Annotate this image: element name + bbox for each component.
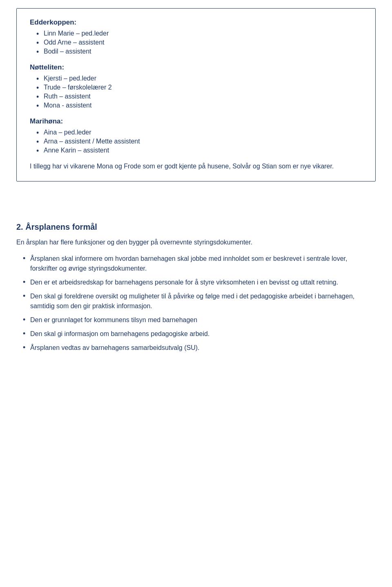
staff-member-edderkoppen-0: Linn Marie – ped.leder xyxy=(35,30,362,37)
section2-bullet-3: Den er grunnlaget for kommunens tilsyn m… xyxy=(21,315,376,325)
section2-bullet-0: Årsplanen skal informere om hvordan barn… xyxy=(21,254,376,273)
staff-member-marihona-0: Aina – ped.leder xyxy=(35,129,362,136)
staff-member-edderkoppen-1: Odd Arne – assistent xyxy=(35,39,362,46)
page-container: Edderkoppen:Linn Marie – ped.lederOdd Ar… xyxy=(0,0,392,365)
section2-intro: En årsplan har flere funksjoner og den b… xyxy=(16,237,376,247)
staff-member-notteliten-0: Kjersti – ped.leder xyxy=(35,75,362,82)
section2-bullet-2: Den skal gi foreldrene oversikt og mulig… xyxy=(21,291,376,311)
section2-bullets: Årsplanen skal informere om hvordan barn… xyxy=(21,254,376,353)
staff-member-notteliten-1: Trude – førskolelærer 2 xyxy=(35,84,362,91)
staff-member-notteliten-2: Ruth – assistent xyxy=(35,93,362,100)
spacer xyxy=(16,198,376,222)
staff-member-marihona-2: Anne Karin – assistent xyxy=(35,147,362,154)
group-heading-notteliten: Nøtteliten: xyxy=(30,63,362,72)
staff-member-marihona-1: Arna – assistent / Mette assistent xyxy=(35,138,362,145)
staff-member-notteliten-3: Mona - assistent xyxy=(35,102,362,109)
staff-member-edderkoppen-2: Bodil – assistent xyxy=(35,48,362,55)
vikar-text: I tillegg har vi vikarene Mona og Frode … xyxy=(30,161,362,171)
section2-bullet-5: Årsplanen vedtas av barnehagens samarbei… xyxy=(21,343,376,353)
section2-bullet-1: Den er et arbeidsredskap for barnehagens… xyxy=(21,278,376,287)
staff-box: Edderkoppen:Linn Marie – ped.lederOdd Ar… xyxy=(16,8,376,181)
group-heading-edderkoppen: Edderkoppen: xyxy=(30,18,362,27)
group-heading-marihona: Marihøna: xyxy=(30,117,362,125)
staff-list-edderkoppen: Linn Marie – ped.lederOdd Arne – assiste… xyxy=(35,30,362,55)
section2-bullet-4: Den skal gi informasjon om barnehagens p… xyxy=(21,329,376,339)
section2-heading: 2. Årsplanens formål xyxy=(16,222,376,232)
staff-list-marihona: Aina – ped.lederArna – assistent / Mette… xyxy=(35,129,362,154)
section2-container: 2. Årsplanens formål En årsplan har fler… xyxy=(16,222,376,353)
staff-list-notteliten: Kjersti – ped.lederTrude – førskolelærer… xyxy=(35,75,362,109)
